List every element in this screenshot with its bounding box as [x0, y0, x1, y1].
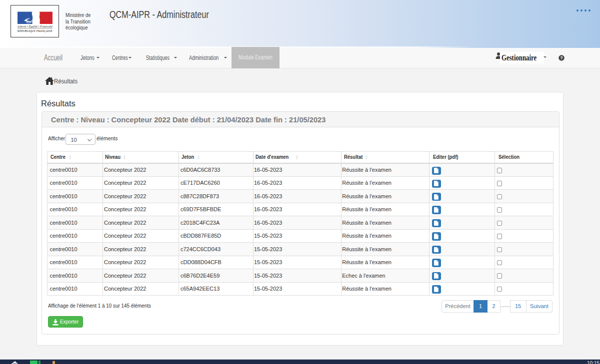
svg-text:?: ?	[560, 55, 563, 60]
svg-text:Liberté • Égalité • Fraternité: Liberté • Égalité • Fraternité	[17, 24, 52, 28]
svg-text:RÉPUBLIQUE FRANÇAISE: RÉPUBLIQUE FRANÇAISE	[18, 29, 52, 32]
